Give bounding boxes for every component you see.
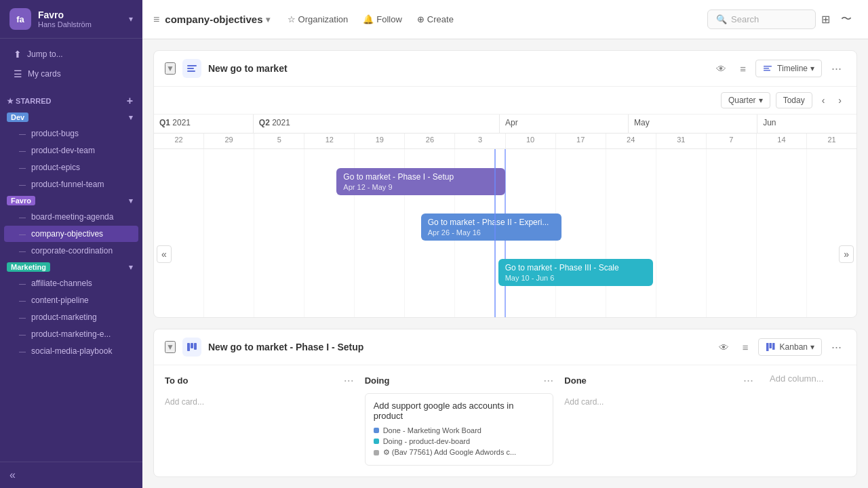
svg-rect-1 bbox=[187, 68, 194, 69]
sidebar-app-name: Favro bbox=[38, 9, 122, 20]
tag-dot-teal bbox=[374, 439, 379, 444]
dev-tag: Dev bbox=[7, 113, 28, 122]
kanban-card-doing-1[interactable]: Add support google ads accounts in produ… bbox=[365, 393, 554, 466]
topbar-title: company-objectives ▾ bbox=[165, 14, 269, 25]
organization-button[interactable]: ☆ Organization bbox=[281, 10, 355, 28]
grid-col-2 bbox=[204, 149, 254, 318]
grid-col-14 bbox=[807, 149, 856, 318]
create-button[interactable]: ⊕ Create bbox=[410, 10, 460, 28]
timeline-today-button[interactable]: Today bbox=[776, 92, 812, 108]
marketing-group-header[interactable]: Marketing ▾ bbox=[0, 260, 142, 274]
sidebar-item-my-cards[interactable]: ☰ My cards bbox=[4, 64, 138, 83]
col-done-more-button[interactable]: ··· bbox=[743, 373, 753, 388]
sidebar-nav: ⬆ Jump to... ☰ My cards bbox=[0, 39, 142, 89]
grid-col-3 bbox=[254, 149, 304, 318]
week-7: 7 bbox=[707, 134, 757, 148]
kanban-eye-button[interactable]: 👁 bbox=[715, 339, 733, 356]
sidebar-chevron-icon[interactable]: ▾ bbox=[129, 14, 133, 24]
dev-collapse-icon: ▾ bbox=[129, 113, 133, 122]
grid-view-button[interactable]: ⊞ bbox=[816, 9, 835, 30]
cards-icon: ☰ bbox=[14, 68, 22, 79]
kanban-add-col-area: Add column... bbox=[764, 373, 846, 388]
timeline-quarter-button[interactable]: Quarter ▾ bbox=[721, 92, 770, 108]
timeline-left-nav-button[interactable]: « bbox=[157, 245, 172, 263]
sidebar-item-product-bugs[interactable]: product-bugs bbox=[4, 125, 138, 142]
svg-rect-10 bbox=[769, 343, 772, 348]
star-outline-icon: ☆ bbox=[288, 14, 296, 24]
dev-group-header[interactable]: Dev ▾ bbox=[0, 110, 142, 125]
col-doing-more-button[interactable]: ··· bbox=[543, 373, 553, 388]
col-todo-more-button[interactable]: ··· bbox=[344, 373, 354, 388]
kanban-col-doing: Add support google ads accounts in produ… bbox=[365, 393, 554, 477]
starred-section: ★ STARRED + Dev ▾ product-bugs product-d… bbox=[0, 89, 142, 363]
add-starred-button[interactable]: + bbox=[127, 95, 133, 107]
kanban-columns: Add card... Add support google ads accou… bbox=[165, 393, 846, 477]
kanban-more-button[interactable]: ··· bbox=[827, 339, 846, 356]
timeline-view-button[interactable]: Timeline ▾ bbox=[755, 60, 822, 77]
tag-dot-grey bbox=[374, 450, 379, 455]
sidebar-item-affiliate-channels[interactable]: affiliate-channels bbox=[4, 275, 138, 291]
add-column-button[interactable]: Add column... bbox=[764, 371, 829, 386]
grid-col-9 bbox=[556, 149, 606, 318]
gantt-bar-phase1[interactable]: Go to market - Phase I - Setup Apr 12 - … bbox=[336, 168, 505, 195]
kanban-columns-header: To do ··· Doing ··· Done ··· Add column.… bbox=[165, 365, 846, 393]
card-tag-1: Done - Marketing Work Board bbox=[374, 425, 545, 436]
sidebar-item-product-marketing[interactable]: product-marketing bbox=[4, 309, 138, 325]
add-card-doing-button[interactable]: Add card... bbox=[365, 471, 554, 477]
marketing-collapse-icon: ▾ bbox=[129, 263, 133, 272]
kanban-col-header-todo: To do ··· bbox=[165, 373, 354, 388]
activity-button[interactable]: 〜 bbox=[835, 8, 857, 30]
kanban-collapse-button[interactable]: ▼ bbox=[165, 341, 176, 353]
kanban-col-header-done: Done ··· bbox=[564, 373, 753, 388]
svg-rect-5 bbox=[764, 70, 770, 71]
timeline-collapse-button[interactable]: ▼ bbox=[165, 62, 176, 75]
sidebar: fa Favro Hans Dahlström ▾ ⬆ Jump to... ☰… bbox=[0, 0, 142, 488]
kanban-section-icon bbox=[182, 338, 201, 357]
sidebar-item-product-epics[interactable]: product-epics bbox=[4, 159, 138, 176]
gantt-bar-phase3[interactable]: Go to market - Phase III - Scale May 10 … bbox=[498, 259, 653, 286]
sidebar-item-company-objectives[interactable]: company-objectives bbox=[4, 226, 138, 242]
sidebar-item-product-dev-team[interactable]: product-dev-team bbox=[4, 142, 138, 159]
timeline-header: Q1 2021 Q2 2021 Apr May Jun 22 29 5 12 1… bbox=[154, 115, 856, 149]
timeline-filter-button[interactable]: ≡ bbox=[736, 60, 750, 77]
sidebar-user-name: Hans Dahlström bbox=[38, 20, 122, 28]
topbar-title-chevron-icon[interactable]: ▾ bbox=[266, 15, 270, 24]
sidebar-item-product-funnel-team[interactable]: product-funnel-team bbox=[4, 176, 138, 192]
follow-button[interactable]: 🔔 Follow bbox=[356, 10, 409, 28]
kanban-col-header-doing: Doing ··· bbox=[365, 373, 554, 388]
timeline-section-title: New go to market bbox=[208, 63, 705, 74]
timeline-next-button[interactable]: › bbox=[834, 92, 846, 108]
kanban-view-button[interactable]: Kanban ▾ bbox=[758, 338, 822, 356]
sidebar-item-corporate-coordination[interactable]: corporate-coordination bbox=[4, 243, 138, 259]
gantt-bar-phase2[interactable]: Go to market - Phase II - Experi... Apr … bbox=[421, 214, 561, 241]
hamburger-menu-icon[interactable]: ≡ bbox=[153, 14, 159, 26]
add-card-done-button[interactable]: Add card... bbox=[564, 393, 753, 411]
timeline-more-button[interactable]: ··· bbox=[827, 60, 846, 77]
sidebar-item-board-meeting-agenda[interactable]: board-meeting-agenda bbox=[4, 209, 138, 225]
sidebar-item-product-marketing-e[interactable]: product-marketing-e... bbox=[4, 326, 138, 342]
favro-group-header[interactable]: Favro ▾ bbox=[0, 193, 142, 208]
week-31: 31 bbox=[656, 134, 707, 148]
add-card-todo-button[interactable]: Add card... bbox=[165, 393, 354, 411]
sidebar-header[interactable]: fa Favro Hans Dahlström ▾ bbox=[0, 0, 142, 39]
timeline-view-chevron-icon: ▾ bbox=[810, 64, 814, 73]
search-box[interactable]: 🔍 Search bbox=[707, 9, 816, 29]
timeline-eye-button[interactable]: 👁 bbox=[712, 60, 730, 77]
main-content: ≡ company-objectives ▾ ☆ Organization 🔔 … bbox=[142, 0, 868, 488]
dev-boards: product-bugs product-dev-team product-ep… bbox=[0, 125, 142, 192]
kanban-col-done: Add card... bbox=[564, 393, 753, 447]
timeline-right-nav-button[interactable]: » bbox=[839, 245, 854, 263]
sidebar-item-jump-to[interactable]: ⬆ Jump to... bbox=[4, 45, 138, 64]
svg-rect-11 bbox=[772, 343, 775, 350]
timeline-prev-button[interactable]: ‹ bbox=[818, 92, 829, 108]
sidebar-collapse-button[interactable]: « bbox=[9, 469, 16, 481]
timeline-section: ▼ New go to market 👁 ≡ bbox=[153, 50, 857, 318]
starred-section-header[interactable]: ★ STARRED + bbox=[0, 92, 142, 110]
sidebar-item-social-media-playbook[interactable]: social-media-playbook bbox=[4, 343, 138, 359]
phase3-label: Go to market - Phase III - Scale bbox=[505, 263, 646, 272]
sidebar-item-content-pipeline[interactable]: content-pipeline bbox=[4, 292, 138, 308]
kanban-col-todo: Add card... bbox=[165, 393, 354, 447]
week-17: 17 bbox=[556, 134, 606, 148]
kanban-filter-button[interactable]: ≡ bbox=[738, 339, 753, 356]
timeline-body: « » Go to market - Phase I - Setup Apr 1… bbox=[154, 149, 856, 318]
